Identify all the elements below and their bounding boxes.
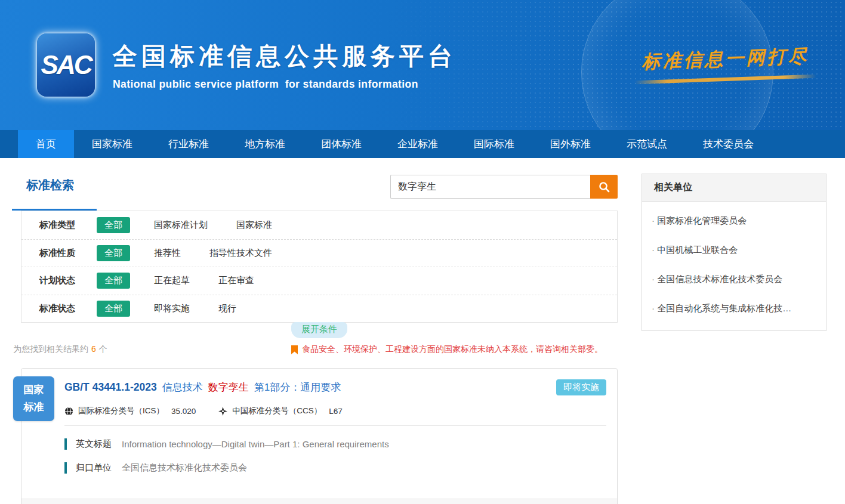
ics-value: 35.020 (171, 407, 196, 416)
dept-label: 归口单位 (76, 462, 112, 474)
filter-label: 标准类型 (39, 219, 94, 231)
nav-item-group-standards[interactable]: 团体标准 (303, 130, 380, 158)
row-marker-bar (64, 438, 67, 450)
expand-conditions-button[interactable]: 展开条件 (291, 322, 347, 338)
sidebar-item-machinery-federation[interactable]: 中国机械工业联合会 (642, 236, 826, 265)
related-units-title: 相关单位 (642, 174, 826, 202)
search-input[interactable] (390, 175, 590, 199)
filter-option[interactable]: 即将实施 (154, 303, 190, 314)
globe-icon (64, 407, 73, 416)
ccs-value: L67 (329, 407, 343, 416)
site-title: 全国标准信息公共服务平台 (113, 40, 457, 73)
filter-option[interactable]: 指导性技术文件 (209, 248, 272, 259)
filter-option[interactable]: 现行 (218, 303, 236, 314)
page-title: 标准检索 (12, 174, 74, 193)
card-footer: 发布于 2023-11-27 实施于 2024-06-01 (21, 499, 617, 504)
status-badge: 即将实施 (556, 379, 606, 395)
sac-logo-text: SAC (41, 50, 91, 80)
dept-row: 归口单位 全国信息技术标准化技术委员会 (64, 462, 606, 474)
english-title-label: 英文标题 (76, 438, 112, 450)
sidebar-item-automation-systems-committee[interactable]: 全国自动化系统与集成标准化技… (642, 294, 826, 323)
nav-item-local-standards[interactable]: 地方标准 (227, 130, 303, 158)
standard-result-card: 国家 标准 GB/T 43441.1-2023 信息技术 数字孪生 第1部分：通… (21, 368, 618, 504)
nav-item-pilot-projects[interactable]: 示范试点 (609, 130, 685, 158)
result-count-number: 6 (91, 344, 96, 354)
standard-code-link[interactable]: GB/T 43441.1-2023 (64, 381, 157, 394)
filter-all-button[interactable]: 全部 (97, 301, 130, 317)
sidebar-item-it-standardization-committee[interactable]: 全国信息技术标准化技术委员会 (642, 265, 826, 294)
header-slogan: 标准信息一网打尽 (634, 44, 816, 75)
search-icon (598, 181, 610, 193)
nav-item-technical-committees[interactable]: 技术委员会 (685, 130, 772, 158)
card-divider (64, 425, 606, 426)
english-title-row: 英文标题 Information technology—Digital twin… (64, 438, 606, 450)
search-button[interactable] (590, 175, 618, 199)
filter-all-button[interactable]: 全部 (97, 273, 130, 289)
filter-label: 标准状态 (39, 303, 94, 314)
english-title-value: Information technology—Digital twin—Part… (122, 439, 389, 449)
dept-value: 全国信息技术标准化技术委员会 (122, 462, 247, 474)
nav-item-industry-standards[interactable]: 行业标准 (150, 130, 227, 158)
ccs-label: 中国标准分类号（CCS） (232, 406, 322, 416)
nav-item-national-standards[interactable]: 国家标准 (74, 130, 150, 158)
row-marker-bar (64, 462, 67, 474)
nav-item-enterprise-standards[interactable]: 企业标准 (380, 130, 456, 158)
system-notice: 食品安全、环境保护、工程建设方面的国家标准未纳入本系统，请咨询相关部委。 (291, 344, 603, 355)
filter-option[interactable]: 推荐性 (154, 248, 181, 259)
filter-row-standard-status: 标准状态 全部 即将实施 现行 (21, 295, 617, 323)
filter-label: 计划状态 (39, 275, 94, 286)
filter-option[interactable]: 正在审查 (218, 275, 254, 286)
filter-row-standard-type: 标准类型 全部 国家标准计划 国家标准 (21, 211, 617, 239)
ccs-classification: 中国标准分类号（CCS） L67 (218, 406, 343, 416)
standard-title-highlight[interactable]: 数字孪生 (208, 381, 249, 394)
compass-icon (218, 407, 227, 416)
site-subtitle: National public service platform for sta… (113, 78, 457, 91)
filter-row-plan-status: 计划状态 全部 正在起草 正在审查 (21, 267, 617, 295)
result-count: 为您找到相关结果约6个 (13, 344, 107, 355)
nav-item-international-standards[interactable]: 国际标准 (456, 130, 532, 158)
standard-title-part2[interactable]: 第1部分：通用要求 (254, 381, 341, 394)
filter-option[interactable]: 国家标准 (236, 219, 272, 231)
filter-panel: 标准类型 全部 国家标准计划 国家标准 标准性质 全部 推荐性 指导性技术文件 … (21, 211, 618, 323)
bookmark-icon (291, 345, 298, 354)
site-header: SAC 全国标准信息公共服务平台 National public service… (0, 0, 845, 130)
standard-type-badge: 国家 标准 (13, 376, 54, 421)
filter-label: 标准性质 (39, 248, 94, 259)
main-nav: 首页 国家标准 行业标准 地方标准 团体标准 企业标准 国际标准 国外标准 示范… (0, 130, 845, 158)
notice-text: 食品安全、环境保护、工程建设方面的国家标准未纳入本系统，请咨询相关部委。 (302, 344, 603, 355)
filter-option[interactable]: 正在起草 (154, 275, 190, 286)
nav-item-foreign-standards[interactable]: 国外标准 (532, 130, 609, 158)
ics-label: 国际标准分类号（ICS） (78, 406, 164, 416)
nav-item-home[interactable]: 首页 (18, 130, 74, 158)
ics-classification: 国际标准分类号（ICS） 35.020 (64, 406, 196, 416)
filter-all-button[interactable]: 全部 (97, 217, 130, 233)
related-units-panel: 相关单位 国家标准化管理委员会 中国机械工业联合会 全国信息技术标准化技术委员会… (642, 174, 827, 331)
filter-row-standard-nature: 标准性质 全部 推荐性 指导性技术文件 (21, 239, 617, 267)
filter-option[interactable]: 国家标准计划 (154, 219, 208, 231)
filter-all-button[interactable]: 全部 (97, 245, 130, 261)
sidebar-item-sac[interactable]: 国家标准化管理委员会 (642, 206, 826, 236)
standard-title-part1[interactable]: 信息技术 (162, 381, 203, 394)
sac-logo[interactable]: SAC (37, 33, 95, 97)
slogan-underline (634, 75, 816, 85)
